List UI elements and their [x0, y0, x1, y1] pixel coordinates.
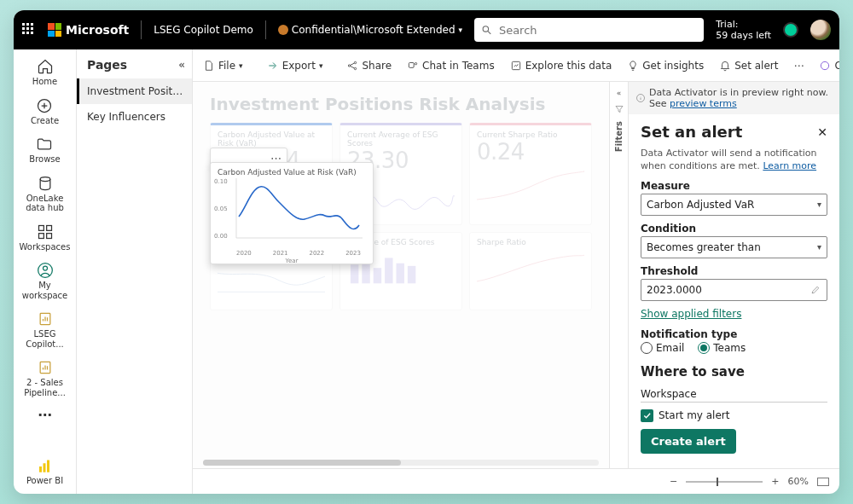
- zoom-slider[interactable]: [686, 481, 763, 483]
- chevron-down-icon: ▾: [459, 26, 463, 34]
- horizontal-scrollbar[interactable]: [203, 460, 599, 466]
- explore-button[interactable]: Explore this data: [507, 56, 616, 75]
- collapse-pages-icon[interactable]: «: [178, 59, 185, 71]
- svg-rect-4: [38, 225, 44, 230]
- status-dot-icon[interactable]: [783, 22, 798, 38]
- svg-point-21: [821, 61, 829, 69]
- measure-select[interactable]: Carbon Adjusted VaR▾: [641, 194, 827, 216]
- close-panel-button[interactable]: ✕: [817, 125, 827, 139]
- svg-point-9: [43, 266, 47, 270]
- zoom-out-button[interactable]: −: [670, 476, 677, 487]
- nav-more[interactable]: ⋯: [35, 408, 55, 423]
- share-button[interactable]: Share: [343, 56, 395, 75]
- top-bar: Microsoft LSEG Copilot Demo Confidential…: [14, 10, 839, 49]
- filters-rail[interactable]: « Filters: [609, 82, 628, 468]
- teams-radio[interactable]: Teams: [698, 342, 746, 354]
- show-filters-link[interactable]: Show applied filters: [641, 308, 827, 320]
- nav-browse[interactable]: Browse: [26, 136, 63, 165]
- file-icon: [203, 60, 215, 72]
- nav-my-workspace[interactable]: My workspace: [14, 262, 76, 300]
- measure-label: Measure: [641, 180, 827, 192]
- svg-line-1: [488, 32, 490, 34]
- condition-label: Condition: [641, 223, 827, 235]
- trial-status[interactable]: Trial: 59 days left: [716, 19, 771, 41]
- preview-terms-link[interactable]: preview terms: [670, 98, 737, 109]
- search-icon: [481, 24, 492, 36]
- app-title[interactable]: LSEG Copilot Demo: [154, 24, 253, 36]
- nav-rail: Home Create Browse OneLake data hub Work…: [14, 49, 77, 494]
- nav-lseg-workspace[interactable]: LSEG Copilot...: [14, 310, 76, 349]
- nav-home[interactable]: Home: [29, 58, 61, 87]
- nav-workspaces[interactable]: Workspaces: [16, 223, 74, 252]
- copilot-icon: [819, 60, 831, 72]
- page-item-key-influencers[interactable]: Key Influencers: [77, 104, 192, 130]
- start-alert-checkbox[interactable]: Start my alert: [641, 409, 827, 422]
- home-icon: [37, 58, 54, 75]
- notification-type-label: Notification type: [641, 328, 827, 340]
- powerbi-icon: [37, 459, 52, 474]
- app-launcher-icon[interactable]: [22, 23, 36, 37]
- nav-create[interactable]: Create: [27, 97, 62, 126]
- create-alert-button[interactable]: Create alert: [641, 429, 736, 454]
- report-icon: [37, 310, 54, 327]
- page-item-investment[interactable]: Investment Positions Ri...: [77, 78, 192, 104]
- selected-visual[interactable]: Carbon Adjusted Value at Risk (VaR) 0.10…: [210, 162, 374, 264]
- svg-rect-5: [46, 225, 51, 230]
- svg-rect-13: [44, 463, 46, 472]
- report-canvas[interactable]: Investment Positions Risk Analysis Carbo…: [193, 82, 609, 468]
- zoom-in-button[interactable]: +: [771, 476, 779, 487]
- zoom-value[interactable]: 60%: [788, 476, 809, 487]
- divider: [141, 20, 142, 39]
- panel-title: Set an alert: [641, 123, 742, 141]
- learn-more-link[interactable]: Learn more: [763, 160, 816, 171]
- funnel-icon: [614, 104, 624, 114]
- fit-to-page-button[interactable]: [817, 478, 829, 486]
- microsoft-logo: Microsoft: [48, 23, 129, 37]
- svg-point-19: [415, 62, 416, 64]
- teams-icon: [407, 60, 419, 72]
- filters-label: Filters: [614, 121, 624, 152]
- workspace-label[interactable]: Workspace: [641, 388, 827, 403]
- nav-sales-workspace[interactable]: 2 - Sales Pipeline...: [14, 359, 76, 397]
- chart-title: Carbon Adjusted Value at Risk (VaR): [218, 168, 366, 177]
- set-alert-button[interactable]: Set alert: [716, 56, 781, 75]
- nav-onelake[interactable]: OneLake data hub: [14, 175, 76, 213]
- pencil-icon[interactable]: [810, 284, 821, 295]
- more-options[interactable]: ⋯: [790, 56, 807, 75]
- svg-point-3: [40, 177, 50, 181]
- report-toolbar: File▾ Export▾ Share Chat in Teams Explor…: [193, 49, 839, 82]
- search-box[interactable]: [474, 18, 704, 42]
- svg-rect-6: [38, 233, 44, 238]
- sensitivity-dropdown[interactable]: Confidential\Microsoft Extended ▾: [278, 24, 462, 36]
- pages-header: Pages: [87, 58, 127, 72]
- chevron-down-icon: ▾: [817, 242, 821, 252]
- where-to-save-header: Where to save: [641, 364, 827, 379]
- person-circle-icon: [37, 262, 54, 279]
- condition-select[interactable]: Becomes greater than▾: [641, 236, 827, 258]
- svg-rect-18: [409, 62, 414, 67]
- expand-filters-icon[interactable]: «: [617, 89, 622, 97]
- nav-powerbi[interactable]: Power BI: [23, 459, 67, 486]
- chat-teams-button[interactable]: Chat in Teams: [403, 56, 498, 75]
- grid-icon: [37, 223, 54, 240]
- export-icon: [267, 60, 279, 72]
- line-chart: [218, 178, 363, 246]
- search-input[interactable]: [499, 24, 697, 37]
- copilot-button[interactable]: Copilot: [815, 56, 839, 75]
- email-radio[interactable]: Email: [641, 342, 684, 354]
- export-menu[interactable]: Export▾: [264, 56, 327, 75]
- ellipsis-icon: ⋯: [38, 408, 52, 423]
- threshold-label: Threshold: [641, 265, 827, 277]
- lightbulb-icon: [627, 60, 639, 72]
- svg-rect-12: [39, 466, 42, 472]
- chevron-down-icon: ▾: [817, 200, 821, 209]
- insights-button[interactable]: Get insights: [624, 56, 707, 75]
- check-icon: [642, 411, 652, 420]
- shield-icon: [278, 25, 288, 35]
- file-menu[interactable]: File▾: [200, 56, 247, 75]
- divider: [265, 20, 266, 39]
- panel-description: Data Activator will send a notification …: [641, 148, 827, 173]
- threshold-input[interactable]: 2023.0000: [641, 279, 827, 301]
- avatar[interactable]: [810, 20, 831, 40]
- database-icon: [37, 175, 54, 192]
